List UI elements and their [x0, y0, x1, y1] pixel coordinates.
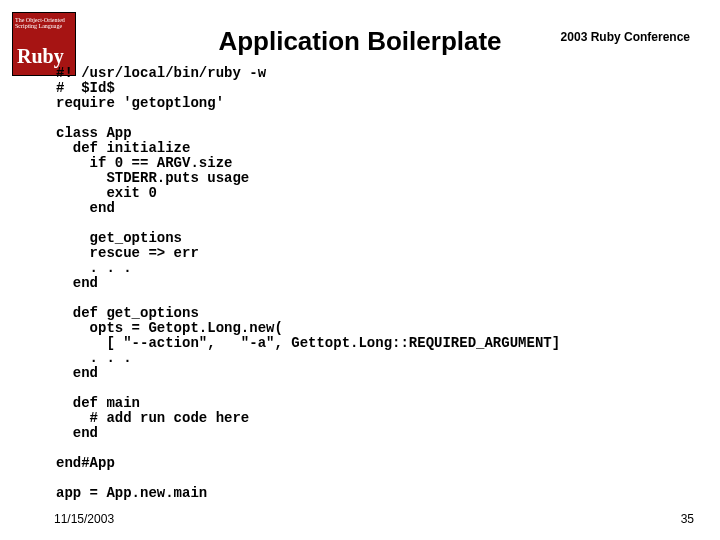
code-block: #! /usr/local/bin/ruby -w # $Id$ require… [56, 66, 560, 501]
conference-label: 2003 Ruby Conference [561, 30, 690, 44]
footer-page-number: 35 [681, 512, 694, 526]
footer-date: 11/15/2003 [54, 512, 114, 526]
